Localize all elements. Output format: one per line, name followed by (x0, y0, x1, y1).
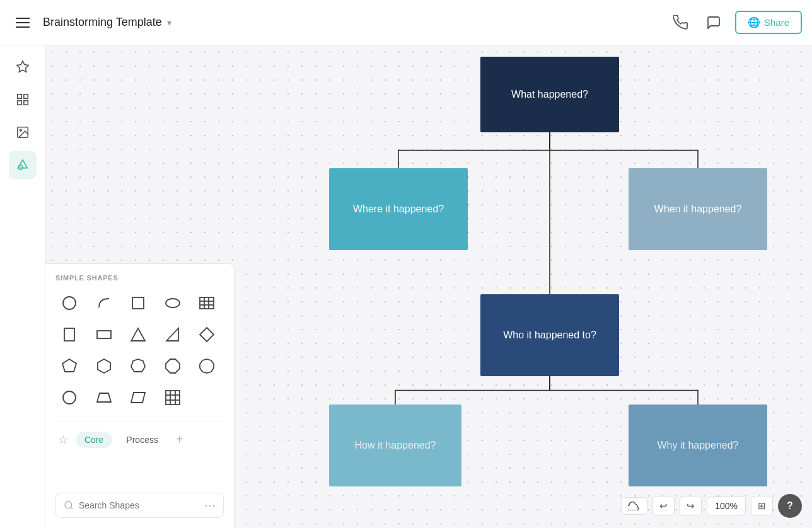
chevron-down-icon[interactable]: ▾ (167, 18, 171, 28)
shape-circle[interactable] (55, 289, 83, 317)
shape-octagon[interactable] (159, 352, 187, 380)
shape-ellipse[interactable] (159, 289, 187, 317)
help-button[interactable]: ? (778, 494, 802, 518)
phone-button[interactable] (670, 11, 692, 34)
connector-what-where (398, 132, 550, 168)
shape-triangle[interactable] (124, 321, 152, 348)
connector-what-when (550, 132, 698, 168)
title-area: Brainstorming Template ▾ (43, 16, 171, 29)
svg-rect-18 (97, 331, 111, 338)
svg-rect-10 (132, 297, 144, 309)
svg-marker-23 (98, 359, 110, 373)
shape-hexagon[interactable] (90, 352, 118, 380)
svg-rect-17 (64, 328, 74, 341)
svg-marker-22 (62, 359, 76, 372)
shape-grid2[interactable] (159, 384, 187, 411)
menu-button[interactable] (10, 10, 35, 35)
globe-icon: 🌐 (748, 16, 760, 28)
cloud-save-button[interactable] (621, 497, 647, 515)
process-tab[interactable]: Process (117, 432, 167, 448)
shape-rect-tall[interactable] (55, 321, 83, 348)
shape-heptagon[interactable] (124, 352, 152, 380)
svg-point-27 (63, 391, 76, 404)
svg-point-35 (65, 502, 72, 508)
connector-who-why (550, 376, 698, 405)
shape-parallelogram[interactable] (124, 384, 152, 411)
node-what[interactable]: What happened? (480, 57, 619, 132)
chat-button[interactable] (702, 11, 725, 34)
node-who[interactable]: Who it happened to? (480, 294, 619, 376)
shape-decagon[interactable] (193, 352, 221, 380)
node-when[interactable]: When it happened? (629, 168, 767, 250)
node-how[interactable]: How it happened? (329, 405, 461, 486)
node-where[interactable]: Where it happened? (329, 168, 468, 250)
search-shapes-area: ⋯ (55, 493, 224, 518)
zoom-level: 100% (707, 496, 746, 515)
svg-line-36 (71, 507, 72, 509)
share-button[interactable]: 🌐 Share (735, 11, 802, 34)
share-label: Share (764, 17, 789, 28)
svg-rect-12 (200, 297, 214, 309)
svg-marker-26 (200, 359, 214, 373)
svg-marker-24 (131, 359, 145, 372)
shapes-section-label: SIMPLE SHAPES (55, 274, 224, 282)
shape-square[interactable] (124, 289, 152, 317)
shape-diamond[interactable] (193, 321, 221, 348)
header-actions: 🌐 Share (670, 11, 802, 34)
shape-trapezoid[interactable] (90, 384, 118, 411)
svg-point-11 (166, 299, 180, 307)
shape-table[interactable] (193, 289, 221, 317)
shape-pentagon[interactable] (55, 352, 83, 380)
undo-button[interactable]: ↩ (652, 496, 675, 516)
search-shapes-input[interactable] (79, 500, 199, 510)
svg-marker-0 (16, 61, 28, 72)
search-more-button[interactable]: ⋯ (204, 498, 216, 512)
favorites-tab[interactable]: ☆ (55, 430, 71, 449)
sidebar-star-button[interactable] (9, 53, 37, 81)
svg-rect-30 (166, 391, 180, 405)
svg-rect-1 (17, 95, 21, 98)
shape-circle2[interactable] (55, 384, 83, 411)
svg-marker-25 (166, 359, 180, 373)
svg-marker-28 (97, 393, 111, 402)
shape-rect-wide[interactable] (90, 321, 118, 348)
svg-marker-19 (131, 328, 145, 341)
svg-rect-2 (23, 95, 27, 98)
svg-rect-4 (17, 101, 21, 105)
redo-button[interactable]: ↪ (680, 496, 702, 516)
sidebar-image-button[interactable] (9, 118, 37, 146)
core-tab[interactable]: Core (76, 432, 112, 448)
add-tab-button[interactable]: + (173, 430, 186, 449)
node-why[interactable]: Why it happened? (629, 405, 767, 486)
shape-right-triangle[interactable] (159, 321, 187, 348)
svg-point-6 (20, 129, 21, 131)
svg-marker-21 (200, 328, 214, 341)
shape-arc[interactable] (90, 289, 118, 317)
hamburger-icon (16, 18, 30, 28)
svg-point-9 (63, 297, 76, 309)
sidebar-shapes-button[interactable] (9, 151, 37, 179)
shape-tabs: ☆ Core Process + (55, 422, 224, 449)
shapes-grid (55, 289, 224, 411)
sidebar-grid-button[interactable] (9, 86, 37, 113)
bottom-toolbar: ↩ ↪ 100% ⊞ ? (621, 494, 802, 518)
header: Brainstorming Template ▾ 🌐 Share (0, 0, 812, 45)
grid-toggle-button[interactable]: ⊞ (751, 496, 773, 516)
document-title: Brainstorming Template (43, 16, 162, 29)
svg-marker-20 (166, 328, 178, 341)
shapes-panel: SIMPLE SHAPES (45, 263, 235, 528)
svg-marker-29 (131, 393, 145, 403)
connector-who-how (395, 376, 550, 405)
svg-rect-3 (23, 101, 27, 105)
sidebar-icons (0, 45, 45, 528)
search-icon (64, 500, 74, 510)
